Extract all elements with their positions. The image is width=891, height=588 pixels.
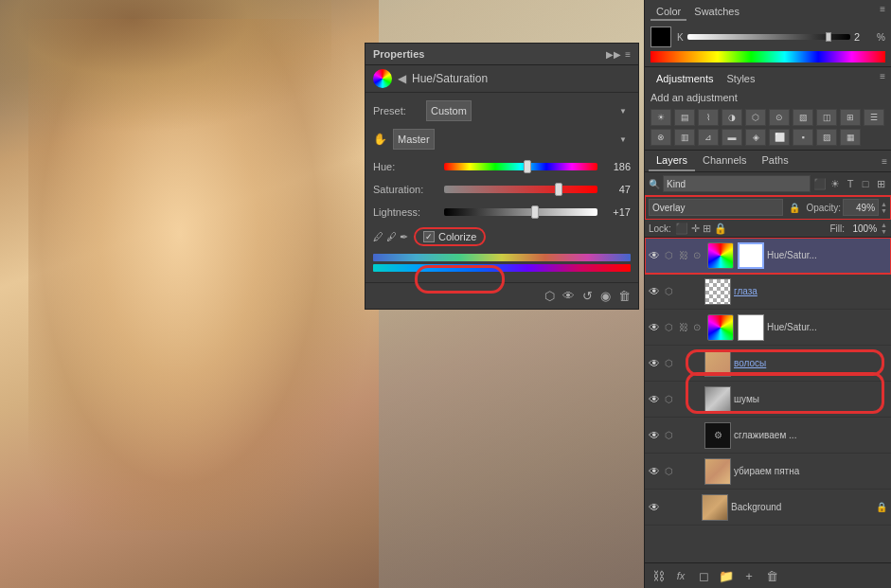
tab-color[interactable]: Color <box>650 4 686 21</box>
panel-menu-icon[interactable]: ≡ <box>625 49 631 60</box>
layers-panel-menu-icon[interactable]: ≡ <box>882 156 887 167</box>
tab-channels[interactable]: Channels <box>695 151 754 171</box>
adj-channel-mixer-icon[interactable]: ⊞ <box>840 109 861 126</box>
link-layers-icon[interactable]: ⛓ <box>649 566 668 585</box>
new-group-icon[interactable]: 📁 <box>717 566 736 585</box>
adj-curves-icon[interactable]: ⌇ <box>698 109 719 126</box>
colorize-checkbox-group[interactable]: ✓ Colorize <box>414 227 486 246</box>
adj-huesat-icon[interactable]: ⊙ <box>769 109 790 126</box>
filter-adjust-icon[interactable]: ☀ <box>829 177 842 190</box>
layer-eye-icon[interactable]: 👁 <box>649 357 662 370</box>
tab-styles[interactable]: Styles <box>722 71 761 86</box>
color-panel-menu[interactable]: ≡ <box>880 4 885 21</box>
preset-select[interactable]: Custom Default <box>426 100 472 121</box>
adj-exposure-icon[interactable]: ◑ <box>722 109 742 126</box>
adj-selective-color-icon[interactable]: ◈ <box>745 129 766 146</box>
tab-swatches[interactable]: Swatches <box>688 4 745 21</box>
colorize-checkbox[interactable]: ✓ <box>423 231 435 242</box>
eyedropper-icon[interactable]: 🖊 <box>373 231 383 243</box>
hue-track[interactable] <box>444 163 597 170</box>
adj-invert-icon[interactable]: ⊗ <box>650 129 671 146</box>
sat-thumb[interactable] <box>555 183 562 196</box>
adj-brightness-icon[interactable]: ☀ <box>650 109 671 126</box>
adj-gradient-fill-icon[interactable]: ▨ <box>816 129 837 146</box>
layer-eye-icon[interactable]: 👁 <box>649 249 662 262</box>
adj-posterize-icon[interactable]: ▥ <box>674 129 695 146</box>
opacity-input[interactable] <box>843 199 879 216</box>
kind-select[interactable]: Kind <box>663 175 811 192</box>
layer-eye-icon[interactable]: 👁 <box>649 465 662 478</box>
adj-levels-icon[interactable]: ▤ <box>674 109 695 126</box>
layer-item[interactable]: 👁 ⬡ шумы <box>645 382 891 418</box>
light-thumb[interactable] <box>531 205 539 219</box>
lock-all-icon[interactable]: 🔒 <box>714 223 727 235</box>
layer-mask-icon[interactable]: ◻ <box>694 566 713 585</box>
adj-photo-filter-icon[interactable]: ◫ <box>816 109 837 126</box>
tab-paths[interactable]: Paths <box>755 151 796 171</box>
adj-vibrance-icon[interactable]: ⬡ <box>745 109 766 126</box>
adj-pattern-icon[interactable]: ▦ <box>840 129 861 146</box>
adj-solid-color-icon[interactable]: ▪ <box>793 129 813 146</box>
lock-artboard-icon[interactable]: ⊞ <box>703 223 711 235</box>
eyedropper-minus-icon[interactable]: ✒ <box>400 231 408 243</box>
adj-threshold-icon[interactable]: ⊿ <box>698 129 719 146</box>
layer-item[interactable]: 👁 ⬡ волосы <box>645 346 891 382</box>
fill-up-arrow[interactable]: ▲ <box>881 222 887 228</box>
hue-thumb[interactable] <box>524 160 531 173</box>
layer-smart-icon: ⊙ <box>693 322 704 332</box>
k-thumb[interactable] <box>826 32 831 42</box>
layer-item[interactable]: 👁 ⬡ убираем пятна <box>645 454 891 490</box>
delete-layer-icon[interactable]: 🗑 <box>762 566 781 585</box>
back-icon[interactable]: ◀ <box>398 72 406 85</box>
footer-visibility-icon[interactable]: ◉ <box>600 289 611 303</box>
layer-effects-icon[interactable]: fx <box>671 566 690 585</box>
fill-label: Fill: <box>830 223 846 234</box>
adj-panel-menu-icon[interactable]: ≡ <box>880 71 885 86</box>
adj-bw-icon[interactable]: ⬜ <box>769 129 790 146</box>
layer-link-icon: ⬡ <box>665 394 676 404</box>
layer-chain-icon: ⛓ <box>679 322 690 332</box>
color-gradient-bar[interactable] <box>650 51 885 62</box>
layer-item[interactable]: 👁 ⬡ ⛓ ⊙ Hue/Satur... <box>645 310 891 346</box>
master-select[interactable]: Master <box>393 129 435 150</box>
fill-down-arrow[interactable]: ▼ <box>881 228 887 235</box>
blend-mode-select[interactable]: Overlay Normal Multiply Screen <box>649 199 783 216</box>
tab-layers[interactable]: Layers <box>649 151 695 171</box>
filter-shape-icon[interactable]: □ <box>859 177 872 190</box>
new-layer-icon[interactable]: + <box>740 566 758 585</box>
footer-clip-icon[interactable]: ⬡ <box>544 289 555 303</box>
tab-adjustments[interactable]: Adjustments <box>650 71 720 86</box>
filter-pixel-icon[interactable]: ⬛ <box>813 177 827 190</box>
layer-eye-icon[interactable]: 👁 <box>649 393 662 406</box>
layer-eye-icon[interactable]: 👁 <box>649 321 662 334</box>
footer-eye-icon[interactable]: 👁 <box>562 289 575 303</box>
sat-track[interactable] <box>444 186 597 193</box>
layer-eye-icon[interactable]: 👁 <box>649 285 662 298</box>
adj-gradient-map-icon[interactable]: ▬ <box>722 129 742 146</box>
cyan-bar <box>373 264 631 272</box>
layer-eye-icon[interactable]: 👁 <box>649 429 662 442</box>
adj-color-lookup-icon[interactable]: ☰ <box>864 109 884 126</box>
layer-item[interactable]: 👁 ⬡ ⚙ сглаживаем ... <box>645 418 891 454</box>
light-track[interactable] <box>444 208 597 216</box>
layer-item[interactable]: 👁 Background 🔒 <box>645 490 891 526</box>
k-track[interactable] <box>687 34 850 40</box>
color-swatch-black[interactable] <box>650 27 671 47</box>
filter-smart-icon[interactable]: ⊞ <box>874 177 887 190</box>
opacity-down-arrow[interactable]: ▼ <box>881 207 887 214</box>
lock-pixels-icon[interactable]: ⬛ <box>675 223 688 235</box>
footer-reset-icon[interactable]: ↺ <box>582 289 593 303</box>
layer-name: волосы <box>734 358 887 368</box>
lock-position-icon[interactable]: ✛ <box>691 223 700 235</box>
opacity-up-arrow[interactable]: ▲ <box>881 201 887 207</box>
eyedropper-plus-icon[interactable]: 🖋 <box>386 231 397 243</box>
layer-eye-icon[interactable]: 👁 <box>649 501 662 514</box>
hue-row: Hue: 186 <box>373 159 631 174</box>
panel-expand-icon[interactable]: ▶▶ <box>606 49 621 60</box>
filter-type-icon[interactable]: T <box>844 177 857 190</box>
layer-item[interactable]: 👁 ⬡ глаза <box>645 274 891 310</box>
layer-item[interactable]: 👁 ⬡ ⛓ ⊙ Hue/Satur... <box>645 238 891 274</box>
saturation-row: Saturation: 47 <box>373 182 631 197</box>
adj-color-icon[interactable]: ▧ <box>793 109 813 126</box>
footer-delete-icon[interactable]: 🗑 <box>618 289 631 303</box>
